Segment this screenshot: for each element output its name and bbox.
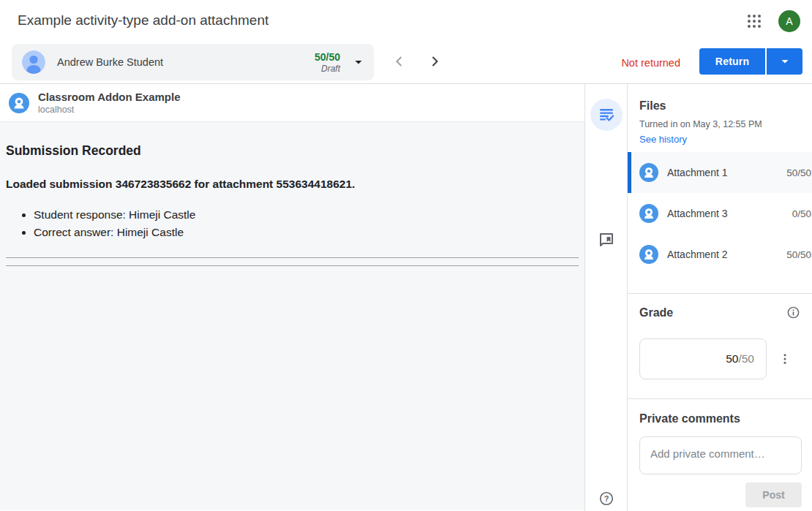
kebab-icon — [778, 352, 792, 366]
student-selector[interactable]: Andrew Burke Student 50/50 Draft — [12, 44, 374, 80]
submission-content: Classroom Addon Example localhost Submis… — [0, 84, 585, 511]
attachment-label: Attachment 2 — [667, 249, 786, 260]
see-history-link[interactable]: See history — [639, 134, 687, 145]
account-avatar[interactable]: A — [778, 10, 800, 32]
top-header: Example activity-type add-on attachment … — [0, 0, 812, 42]
grading-page: Example activity-type add-on attachment … — [0, 0, 812, 511]
page-title: Example activity-type add-on attachment — [18, 12, 268, 29]
grade-input[interactable]: 50/50 — [639, 338, 767, 379]
grading-sidebar: Files Turned in on May 3, 12:55 PM See h… — [628, 84, 812, 511]
apps-grid-icon — [745, 12, 763, 30]
action-bar: Andrew Burke Student 50/50 Draft Not ret… — [0, 42, 812, 84]
content-divider — [6, 265, 579, 266]
attachment-list: Attachment 1 50/50 Attachment 3 0/50 Att… — [628, 152, 812, 275]
turned-in-status: Turned in on May 3, 12:55 PM — [639, 119, 812, 129]
addon-iframe: Submission Recorded Loaded submission 34… — [0, 122, 584, 510]
attachment-row[interactable]: Attachment 1 50/50 — [628, 152, 812, 193]
comment-bank-button[interactable] — [597, 230, 616, 249]
grade-menu-button[interactable] — [778, 350, 792, 368]
attachment-score: 50/50 — [786, 249, 812, 260]
grade-info-icon[interactable] — [786, 306, 800, 319]
svg-text:?: ? — [604, 494, 609, 503]
sidebar-divider — [628, 293, 812, 294]
next-student-button[interactable] — [426, 53, 443, 70]
grade-state: Draft — [315, 64, 340, 74]
return-menu-button[interactable] — [767, 48, 802, 75]
apps-grid-button[interactable] — [745, 12, 763, 30]
submission-detail-list: Student response: Himeji Castle Correct … — [6, 206, 579, 241]
addon-icon — [639, 163, 658, 182]
tool-rail: ? — [586, 84, 628, 511]
files-title: Files — [639, 99, 812, 113]
help-button[interactable]: ? — [598, 490, 615, 507]
addon-header: Classroom Addon Example localhost — [0, 84, 584, 122]
previous-student-button[interactable] — [391, 53, 408, 70]
attachment-row[interactable]: Attachment 3 0/50 — [628, 193, 812, 234]
grading-icon — [598, 106, 615, 124]
return-status: Not returned — [621, 42, 680, 83]
addon-icon — [9, 93, 29, 113]
addon-domain: localhost — [38, 105, 181, 115]
comment-bank-icon — [598, 231, 615, 249]
attachment-score: 50/50 — [786, 167, 812, 178]
attachment-label: Attachment 1 — [667, 167, 786, 178]
sidebar-divider — [628, 398, 812, 399]
dropdown-caret-icon — [353, 57, 364, 67]
grading-tool-button[interactable] — [590, 99, 623, 131]
grade-value: 50 — [726, 352, 738, 366]
student-response-item: Student response: Himeji Castle — [34, 206, 579, 224]
submission-heading: Submission Recorded — [6, 122, 579, 159]
student-grade-summary: 50/50 Draft — [315, 51, 340, 74]
post-button[interactable]: Post — [745, 482, 802, 507]
help-icon: ? — [598, 491, 614, 507]
student-name: Andrew Burke Student — [57, 56, 315, 68]
return-button[interactable]: Return — [699, 48, 765, 75]
student-grade: 50/50 — [315, 51, 340, 63]
correct-answer-item: Correct answer: Himeji Castle — [34, 224, 579, 241]
chevron-right-icon — [426, 53, 443, 70]
grade-max: /50 — [738, 352, 754, 366]
private-comments-title: Private comments — [639, 412, 812, 425]
attachment-score: 0/50 — [792, 208, 812, 219]
chevron-left-icon — [391, 53, 408, 70]
content-divider — [6, 257, 579, 258]
grade-title: Grade — [639, 306, 673, 319]
submission-message: Loaded submission 346723835662 for attac… — [6, 178, 579, 191]
addon-icon — [639, 204, 658, 223]
chevron-down-icon — [780, 56, 790, 67]
attachment-label: Attachment 3 — [667, 208, 792, 219]
student-avatar-icon — [22, 50, 45, 74]
attachment-row[interactable]: Attachment 2 50/50 — [628, 234, 812, 275]
addon-icon — [639, 245, 658, 264]
private-comment-input[interactable] — [639, 436, 802, 474]
addon-name: Classroom Addon Example — [38, 91, 181, 103]
